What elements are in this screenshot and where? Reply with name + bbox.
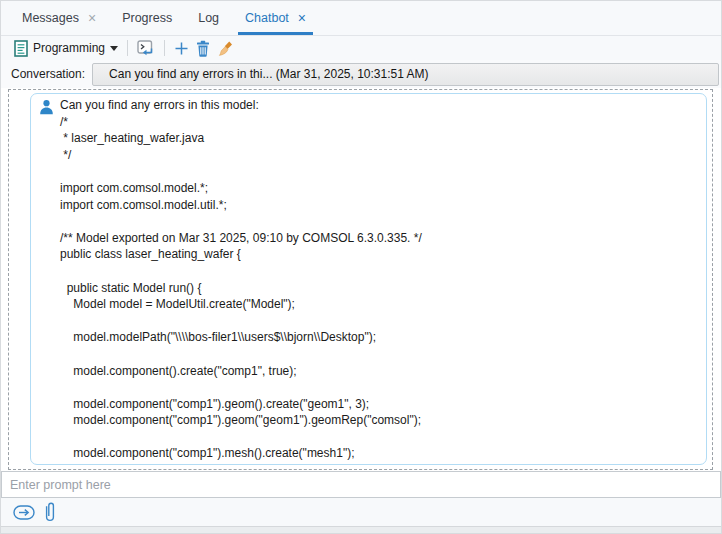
tab-messages-label: Messages — [22, 11, 79, 25]
insert-code-icon — [137, 40, 155, 57]
conversation-bar: Conversation: Can you find any errors in… — [1, 60, 721, 88]
broom-icon — [217, 40, 234, 57]
tab-log[interactable]: Log — [185, 1, 232, 35]
prompt-actions — [1, 498, 721, 526]
user-icon — [39, 99, 54, 115]
attach-button[interactable] — [44, 501, 56, 523]
conversation-select-value: Can you find any errors in thi... (Mar 3… — [109, 67, 429, 81]
tab-messages[interactable]: Messages × — [9, 1, 109, 35]
conversation-select[interactable]: Can you find any errors in thi... (Mar 3… — [92, 63, 719, 86]
user-message-text: Can you find any errors in this model: /… — [31, 94, 706, 465]
new-conversation-button[interactable] — [171, 39, 192, 58]
tab-progress-label: Progress — [122, 11, 172, 25]
delete-conversation-button[interactable] — [192, 38, 214, 59]
plus-icon — [174, 41, 189, 56]
programming-mode-label: Programming — [33, 41, 105, 55]
programming-mode-button[interactable]: Programming — [11, 38, 121, 59]
insert-code-button[interactable] — [134, 38, 158, 59]
conversation-view: Can you find any errors in this model: /… — [1, 88, 721, 471]
user-message-bubble: Can you find any errors in this model: /… — [30, 93, 707, 465]
chatbot-toolbar: Programming — [1, 36, 721, 60]
tab-chatbot-label: Chatbot — [245, 11, 289, 25]
prompt-row — [1, 471, 721, 498]
chatbot-panel: Messages × Progress Log Chatbot × — [0, 0, 722, 534]
chevron-down-icon — [110, 46, 118, 51]
send-icon — [13, 505, 35, 520]
tab-log-label: Log — [198, 11, 219, 25]
script-icon — [14, 40, 28, 57]
bottom-strip — [1, 526, 721, 533]
close-icon[interactable]: × — [298, 11, 306, 25]
clear-conversation-button[interactable] — [214, 38, 237, 59]
close-icon[interactable]: × — [88, 11, 96, 25]
prompt-input[interactable] — [1, 471, 721, 498]
paperclip-icon — [44, 501, 56, 523]
trash-icon — [195, 40, 211, 57]
toolbar-separator — [127, 40, 128, 56]
conversation-selection-frame: Can you find any errors in this model: /… — [8, 89, 713, 470]
tab-chatbot[interactable]: Chatbot × — [232, 1, 319, 35]
tab-bar: Messages × Progress Log Chatbot × — [1, 1, 721, 36]
conversation-label: Conversation: — [11, 67, 85, 81]
send-button[interactable] — [13, 505, 35, 520]
tab-progress[interactable]: Progress — [109, 1, 185, 35]
toolbar-separator — [164, 40, 165, 56]
